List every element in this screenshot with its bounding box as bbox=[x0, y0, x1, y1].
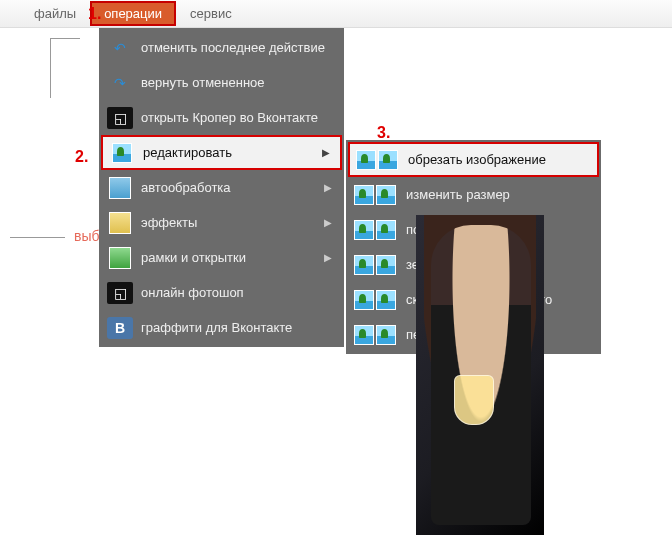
thumb-pair-icon bbox=[354, 255, 396, 275]
submenu-arrow-icon: ▶ bbox=[324, 252, 332, 263]
photo-preview bbox=[416, 215, 544, 535]
effects-icon bbox=[107, 212, 133, 234]
decorative-line bbox=[50, 38, 51, 98]
menu-label: открыть Кропер во Вконтакте bbox=[141, 110, 318, 125]
menu-operations[interactable]: операции bbox=[90, 1, 176, 26]
photoshop-icon: ◱ bbox=[107, 282, 133, 304]
menu-label: автообработка bbox=[141, 180, 231, 195]
vk-icon: B bbox=[107, 317, 133, 339]
menu-undo[interactable]: ↶ отменить последнее действие bbox=[101, 30, 342, 65]
submenu-crop[interactable]: обрезать изображение bbox=[348, 142, 599, 177]
thumb-pair-icon bbox=[354, 325, 396, 345]
menu-online-photoshop[interactable]: ◱ онлайн фотошоп bbox=[101, 275, 342, 310]
menu-service[interactable]: сервис bbox=[176, 1, 246, 26]
menu-label: редактировать bbox=[143, 145, 232, 160]
menu-graffiti[interactable]: B граффити для Вконтакте bbox=[101, 310, 342, 345]
submenu-label: обрезать изображение bbox=[408, 152, 546, 167]
undo-icon: ↶ bbox=[107, 37, 133, 59]
menu-label: отменить последнее действие bbox=[141, 40, 325, 55]
menu-frames[interactable]: рамки и открытки ▶ bbox=[101, 240, 342, 275]
menu-effects[interactable]: эффекты ▶ bbox=[101, 205, 342, 240]
menu-redo[interactable]: ↷ вернуть отмененное bbox=[101, 65, 342, 100]
decorative-line bbox=[10, 237, 65, 238]
menu-files[interactable]: файлы bbox=[20, 1, 90, 26]
decorative-line bbox=[50, 38, 80, 39]
redo-icon: ↷ bbox=[107, 72, 133, 94]
menu-auto[interactable]: автообработка ▶ bbox=[101, 170, 342, 205]
menu-label: онлайн фотошоп bbox=[141, 285, 244, 300]
operations-dropdown: ↶ отменить последнее действие ↷ вернуть … bbox=[99, 28, 344, 347]
crop-icon: ◱ bbox=[107, 107, 133, 129]
bg-select-text: выб bbox=[74, 228, 100, 244]
thumb-pair-icon bbox=[356, 150, 398, 170]
submenu-resize[interactable]: изменить размер bbox=[348, 177, 599, 212]
submenu-label: изменить размер bbox=[406, 187, 510, 202]
thumb-pair-icon bbox=[354, 185, 396, 205]
thumb-pair-icon bbox=[354, 290, 396, 310]
menu-label: рамки и открытки bbox=[141, 250, 246, 265]
menu-label: вернуть отмененное bbox=[141, 75, 265, 90]
menu-edit[interactable]: редактировать ▶ bbox=[101, 135, 342, 170]
edit-icon bbox=[109, 142, 135, 164]
submenu-arrow-icon: ▶ bbox=[322, 147, 330, 158]
annotation-2: 2. bbox=[75, 148, 88, 166]
submenu-arrow-icon: ▶ bbox=[324, 217, 332, 228]
submenu-arrow-icon: ▶ bbox=[324, 182, 332, 193]
menu-label: эффекты bbox=[141, 215, 197, 230]
menu-label: граффити для Вконтакте bbox=[141, 320, 292, 335]
frames-icon bbox=[107, 247, 133, 269]
photo-content bbox=[454, 375, 494, 425]
thumb-pair-icon bbox=[354, 220, 396, 240]
menu-open-cropper[interactable]: ◱ открыть Кропер во Вконтакте bbox=[101, 100, 342, 135]
annotation-1: 1. bbox=[88, 5, 101, 23]
auto-icon bbox=[107, 177, 133, 199]
